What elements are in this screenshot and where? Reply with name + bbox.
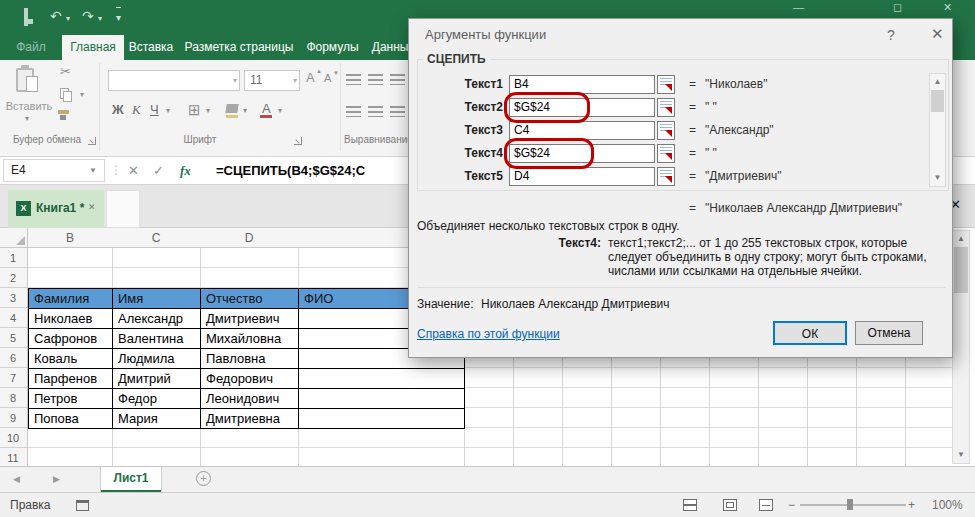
tab-home[interactable]: Главная <box>62 35 124 60</box>
row-number[interactable]: 10 <box>0 428 26 448</box>
tab-formulas[interactable]: Формулы <box>300 35 365 60</box>
undo-icon[interactable]: ↶ <box>50 6 62 26</box>
dialog-help-icon[interactable]: ? <box>887 27 895 43</box>
font-color-dropdown-icon[interactable]: ▾ <box>278 106 282 115</box>
cell-B7[interactable]: Парфенов <box>28 368 113 389</box>
align-top-icon[interactable] <box>346 74 361 85</box>
minimize-button[interactable]: — <box>793 1 804 13</box>
sheet-next-icon[interactable]: ▶ <box>53 467 60 491</box>
cell-D3[interactable]: Отчество <box>200 288 299 309</box>
bold-button[interactable]: Ж <box>112 102 124 117</box>
cell-C3[interactable]: Имя <box>112 288 201 309</box>
fill-color-dropdown-icon[interactable]: ▾ <box>243 106 247 115</box>
redo-icon[interactable]: ↷ <box>82 6 94 26</box>
copy-dropdown-icon[interactable]: ▾ <box>80 90 84 99</box>
cell-B5[interactable]: Сафронов <box>28 328 113 349</box>
cancel-formula-icon[interactable]: ✕ <box>128 159 139 182</box>
range-picker-icon[interactable] <box>657 144 675 163</box>
page-break-view-icon[interactable] <box>759 499 773 511</box>
fill-color-icon[interactable] <box>225 104 238 113</box>
sheet-tab-list1[interactable]: Лист1 <box>100 467 162 492</box>
save-icon[interactable] <box>24 8 28 26</box>
add-sheet-button[interactable]: + <box>196 471 211 486</box>
document-tab-close-icon[interactable]: ✕ <box>88 202 96 212</box>
ok-button[interactable]: ОК <box>773 321 847 345</box>
font-color-button[interactable]: А <box>262 101 271 116</box>
scroll-down-icon[interactable]: ▼ <box>953 448 969 462</box>
cell-C8[interactable]: Федор <box>112 388 201 409</box>
cell-B8[interactable]: Петров <box>28 388 113 409</box>
grow-font-button[interactable]: А <box>306 70 315 85</box>
select-all-corner[interactable] <box>0 228 28 248</box>
cell-D8[interactable]: Леонидович <box>200 388 299 409</box>
insert-function-icon[interactable]: fx <box>180 159 191 182</box>
column-header-C[interactable]: C <box>112 228 200 248</box>
row-number[interactable]: 2 <box>0 268 26 288</box>
row-number[interactable]: 6 <box>0 348 26 368</box>
args-scroll-down-icon[interactable]: ▼ <box>930 171 945 185</box>
cell-E8[interactable] <box>298 388 465 409</box>
row-number[interactable]: 5 <box>0 328 26 348</box>
row-number[interactable]: 11 <box>0 448 26 468</box>
row-number[interactable]: 9 <box>0 408 26 428</box>
formula-input[interactable]: =СЦЕПИТЬ(B4;$G$24;C <box>216 159 404 182</box>
undo-dropdown-icon[interactable]: ▾ <box>66 9 70 29</box>
borders-icon[interactable]: ⊞ <box>188 101 201 119</box>
align-middle-icon[interactable] <box>368 74 383 85</box>
italic-button[interactable]: К <box>132 102 141 118</box>
range-picker-icon[interactable] <box>657 121 675 140</box>
cell-D4[interactable]: Дмитриевич <box>200 308 299 329</box>
function-help-link[interactable]: Справка по этой функции <box>417 327 560 341</box>
vertical-scrollbar[interactable]: ▲ ▼ <box>952 230 970 464</box>
clipboard-dialog-launcher-icon[interactable] <box>88 137 96 145</box>
vertical-scrollbar-thumb[interactable] <box>954 247 968 293</box>
paste-button[interactable]: Вставить <box>4 100 54 112</box>
zoom-level-label[interactable]: 100% <box>932 493 963 517</box>
font-name-dropdown-icon[interactable]: ▾ <box>233 71 237 90</box>
range-picker-icon[interactable] <box>657 167 675 186</box>
arg-input-text5[interactable]: D4 <box>509 167 655 186</box>
scroll-up-icon[interactable]: ▲ <box>953 232 969 246</box>
underline-button[interactable]: Ч <box>150 102 159 117</box>
new-document-tab-button[interactable] <box>106 190 140 228</box>
redo-dropdown-icon[interactable]: ▾ <box>98 9 102 29</box>
cell-D9[interactable]: Дмитриевна <box>200 408 299 429</box>
align-left-icon[interactable] <box>346 106 361 117</box>
column-header-D[interactable]: D <box>200 228 298 248</box>
tab-page-layout[interactable]: Разметка страницы <box>178 35 300 60</box>
shrink-font-button[interactable]: А <box>324 72 331 84</box>
zoom-slider-track[interactable] <box>800 504 906 506</box>
cell-B6[interactable]: Коваль <box>28 348 113 369</box>
args-scrollbar-thumb[interactable] <box>931 90 944 112</box>
font-size-dropdown-icon[interactable]: ▾ <box>293 71 297 90</box>
cancel-button[interactable]: Отмена <box>855 321 923 345</box>
paste-dropdown-icon[interactable]: ▾ <box>25 114 29 123</box>
row-number[interactable]: 4 <box>0 308 26 328</box>
args-scroll-up-icon[interactable]: ▲ <box>930 75 945 89</box>
cell-E9[interactable] <box>298 408 465 429</box>
column-header-B[interactable]: B <box>28 228 112 248</box>
range-picker-icon[interactable] <box>657 98 675 117</box>
record-macro-icon[interactable] <box>76 500 89 511</box>
row-number[interactable]: 7 <box>0 368 26 388</box>
row-number[interactable]: 1 <box>0 248 26 268</box>
cell-C7[interactable]: Дмитрий <box>112 368 201 389</box>
underline-dropdown-icon[interactable]: ▾ <box>166 106 170 115</box>
cut-icon[interactable]: ✂ <box>60 64 71 79</box>
enter-formula-icon[interactable]: ✓ <box>153 159 164 182</box>
cell-B4[interactable]: Николаев <box>28 308 113 329</box>
normal-view-icon[interactable] <box>683 499 697 511</box>
customize-quick-access-icon[interactable]: ▾ <box>116 7 121 28</box>
zoom-in-button[interactable]: + <box>908 493 915 517</box>
format-painter-icon[interactable] <box>58 110 69 114</box>
row-number[interactable]: 3 <box>0 288 26 308</box>
cell-B3[interactable]: Фамилия <box>28 288 113 309</box>
borders-dropdown-icon[interactable]: ▾ <box>206 106 210 115</box>
cell-D5[interactable]: Михайловна <box>200 328 299 349</box>
align-bottom-icon[interactable] <box>390 74 405 85</box>
font-size-combo[interactable]: 11▾ <box>244 70 300 91</box>
range-picker-icon[interactable] <box>657 75 675 94</box>
cell-C4[interactable]: Александр <box>112 308 201 329</box>
dialog-close-icon[interactable]: ✕ <box>931 25 944 43</box>
cell-C9[interactable]: Мария <box>112 408 201 429</box>
